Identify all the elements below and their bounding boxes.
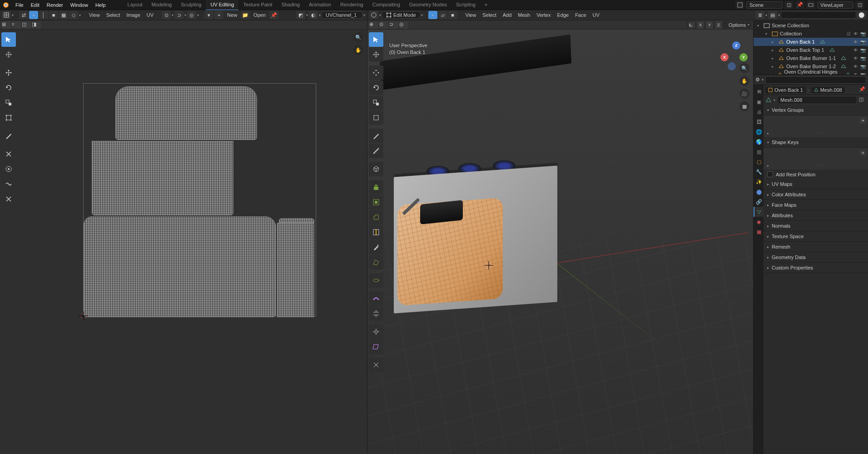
menu-file[interactable]: File xyxy=(12,0,27,10)
uv-menu-image[interactable]: Image xyxy=(124,12,143,18)
uv-tool-rip[interactable] xyxy=(1,147,16,161)
uv-tool-tweak[interactable] xyxy=(1,32,16,47)
mesh-name-input[interactable]: Mesh.008 xyxy=(777,96,857,104)
uv-tool-pinch[interactable] xyxy=(1,192,16,206)
panel-normals[interactable]: ▸Normals xyxy=(764,221,868,231)
nav-axis-x[interactable]: X xyxy=(720,53,729,61)
vp-tool-extrude-region[interactable] xyxy=(369,180,383,195)
nav-axis-z[interactable]: Z xyxy=(732,41,740,50)
outliner-type-icon[interactable]: ≣ xyxy=(755,11,764,19)
nav-axis-neg-z[interactable] xyxy=(728,62,736,70)
uv-island[interactable] xyxy=(277,223,314,317)
nav-axis-y[interactable]: Y xyxy=(739,53,748,61)
vp-menu-face[interactable]: Face xyxy=(572,12,589,18)
viewlayer-new-icon[interactable]: ◫ xyxy=(855,1,864,9)
vp-tool-smooth[interactable] xyxy=(369,291,383,306)
uv-image-browse-icon[interactable]: ▾ xyxy=(204,11,213,19)
render-icon[interactable]: 📷 xyxy=(860,64,866,69)
uv-tool-scale[interactable] xyxy=(1,95,16,110)
uv-tool-move[interactable] xyxy=(1,65,16,80)
vp-tool-poly-build[interactable] xyxy=(369,255,383,269)
vp-select-edge-icon[interactable]: ▱ xyxy=(438,11,447,19)
vp-orientation-icon[interactable]: ⊕ xyxy=(369,21,378,29)
vp-snap-icon[interactable]: ⊃ xyxy=(389,21,398,29)
vp-zoom-icon[interactable]: 🔍 xyxy=(739,63,749,73)
ws-tab-scripting[interactable]: Scripting xyxy=(451,0,480,10)
ws-tab-rendering[interactable]: Rendering xyxy=(336,0,368,10)
viewlayer-dropdown[interactable]: ViewLayer xyxy=(817,1,853,9)
render-icon[interactable]: 📷 xyxy=(860,48,866,53)
uv-image-field[interactable]: UVChannel_1 xyxy=(322,11,362,19)
vp-menu-select[interactable]: Select xyxy=(480,12,499,18)
ptab-mesh-data[interactable]: ▽ xyxy=(754,207,764,217)
vp-select-vertex-icon[interactable]: ▫ xyxy=(428,11,437,19)
vp-tool-tweak[interactable] xyxy=(369,32,383,47)
eye-icon[interactable]: 👁 xyxy=(853,56,859,61)
ws-tab-add[interactable]: + xyxy=(480,0,492,10)
vp-mode-dropdown[interactable]: Edit Mode xyxy=(382,11,420,19)
vp-tool-shrink-fatten[interactable] xyxy=(369,324,383,339)
uv-new-button[interactable]: + xyxy=(214,11,223,19)
panel-uv-maps[interactable]: ▸UV Maps xyxy=(764,179,868,190)
uv-overlay-toggle-icon[interactable]: ⊞ xyxy=(2,21,11,29)
vp-mirror-y[interactable]: Y xyxy=(706,21,713,29)
eye-icon[interactable]: 👁 xyxy=(853,40,859,45)
uv-tool-grab[interactable] xyxy=(1,162,16,176)
vp-editor-type-icon[interactable] xyxy=(369,11,378,19)
vp-tool-scale[interactable] xyxy=(369,95,383,110)
vp-menu-edge[interactable]: Edge xyxy=(554,12,571,18)
ptab-viewlayer[interactable]: 🖼 xyxy=(754,117,764,127)
uv-sticky-icon[interactable]: ◇ xyxy=(69,11,78,19)
uv-pivot-icon[interactable]: ⊙ xyxy=(162,11,171,19)
vp-tool-edge-slide[interactable] xyxy=(369,306,383,321)
outliner-scene-collection[interactable]: ▾ Scene Collection xyxy=(754,21,868,30)
panel-shape-keys[interactable]: ▾Shape Keys xyxy=(764,137,868,148)
ptab-object[interactable]: ▢ xyxy=(754,157,764,167)
scene-new-icon[interactable]: ◫ xyxy=(784,1,794,9)
uv-proportional-icon[interactable]: ◎ xyxy=(187,11,196,19)
ptab-scene[interactable]: 🌐 xyxy=(754,127,764,137)
uv-editor-type-icon[interactable] xyxy=(2,11,11,19)
vp-mirror-z[interactable]: Z xyxy=(715,21,722,29)
uv-select-island-icon[interactable]: ▦ xyxy=(59,11,68,19)
uv-display-channels-icon[interactable]: ◐ xyxy=(309,11,318,19)
panel-texture-space[interactable]: ▸Texture Space xyxy=(764,231,868,242)
vp-tool-transform[interactable] xyxy=(369,110,383,125)
eye-icon[interactable]: 👁 xyxy=(853,72,859,75)
uv-select-face-icon[interactable]: ■ xyxy=(49,11,58,19)
uv-tool-transform[interactable] xyxy=(1,110,16,125)
outliner-item[interactable]: ▸ Oven Back 1 👁📷 xyxy=(754,38,868,46)
ptab-particle[interactable]: ✨ xyxy=(754,177,764,187)
uv-tool-annotate[interactable] xyxy=(1,129,16,143)
vp-menu-vertex[interactable]: Vertex xyxy=(534,12,553,18)
ptab-constraint[interactable]: 🔗 xyxy=(754,197,764,207)
uv-sync-icon[interactable]: ⇄ xyxy=(19,11,28,19)
vp-tool-move[interactable] xyxy=(369,65,383,80)
panel-vertex-groups[interactable]: ▾Vertex Groups xyxy=(764,105,868,115)
uv-zoom-icon[interactable]: 🔍 xyxy=(353,32,363,42)
eye-icon[interactable]: 👁 xyxy=(853,31,859,36)
vp-menu-add[interactable]: Add xyxy=(500,12,515,18)
scene-dropdown[interactable]: Scene xyxy=(746,1,783,9)
ptab-modifier[interactable]: 🔧 xyxy=(754,167,764,177)
breadcrumb-object[interactable]: Oven Back 1 xyxy=(765,87,806,93)
panel-color-attributes[interactable]: ▸Color Attributes xyxy=(764,190,868,200)
uv-menu-select[interactable]: Select xyxy=(104,12,123,18)
uv-open-icon[interactable]: 📁 xyxy=(241,11,250,19)
add-rest-position-checkbox[interactable] xyxy=(767,171,773,177)
ws-tab-compositing[interactable]: Compositing xyxy=(368,0,405,10)
uv-snap-magnet-icon[interactable]: ⊃ xyxy=(174,11,184,19)
mesh-users-icon[interactable]: ◫ xyxy=(859,96,866,104)
vp-pan-icon[interactable]: ✋ xyxy=(739,76,749,86)
ws-tab-geometry-nodes[interactable]: Geometry Nodes xyxy=(405,0,451,10)
outliner-item[interactable]: ▸ Oven Back Top 1 👁📷 xyxy=(754,46,868,54)
panel-grip-icon[interactable]: ⋯⋯ xyxy=(816,131,826,135)
ptab-physics[interactable]: ⬤ xyxy=(754,187,764,197)
properties-pin-icon[interactable]: 📌 xyxy=(859,86,866,94)
ws-tab-animation[interactable]: Animation xyxy=(304,0,336,10)
panel-custom-properties[interactable]: ▸Custom Properties xyxy=(764,263,868,273)
ptab-output[interactable]: 🖨 xyxy=(754,107,764,117)
vertex-group-add-icon[interactable]: + xyxy=(860,117,866,124)
ptab-collection[interactable]: ▥ xyxy=(754,147,764,157)
vp-tool-inset[interactable] xyxy=(369,195,383,210)
